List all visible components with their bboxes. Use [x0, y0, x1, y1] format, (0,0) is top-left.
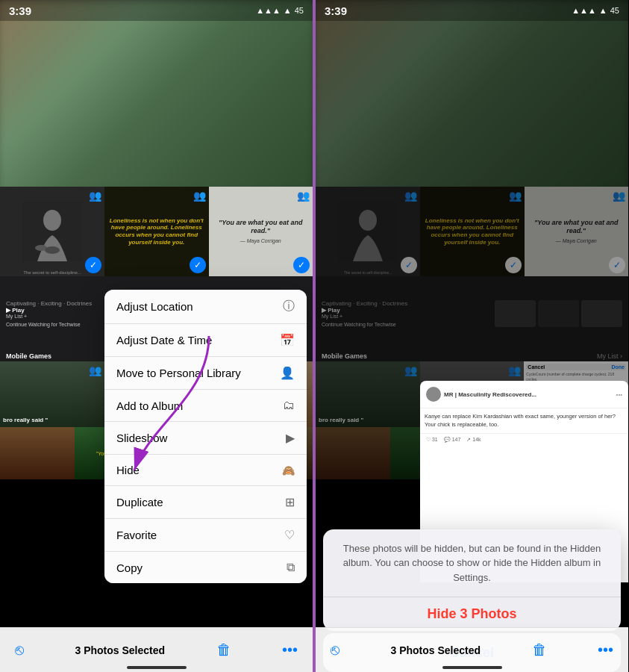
- checkmark-1: ✓: [85, 257, 101, 273]
- photo-cell-3[interactable]: "You are what you eat and read." — Maya …: [209, 187, 313, 276]
- bottom-toolbar-right: ⎋ 3 Photos Selected 🗑 •••: [316, 627, 628, 672]
- wifi-icon-left: ▲: [284, 6, 292, 15]
- hide-dialog-message: These photos will be hidden, but can be …: [323, 529, 621, 597]
- wifi-icon-right: ▲: [599, 6, 607, 15]
- status-bar-right: 3:39 ▲▲▲ ▲ 45: [316, 0, 628, 21]
- photo-cell-1[interactable]: The secret to self-discipline... 👥 ✓: [0, 187, 104, 276]
- hide-dialog: These photos will be hidden, but can be …: [323, 529, 621, 632]
- r-selection-count: 3 Photos Selected: [390, 644, 481, 656]
- menu-hide[interactable]: Hide 🙈: [104, 455, 307, 486]
- menu-slideshow[interactable]: Slideshow ▶: [104, 422, 307, 455]
- menu-move-personal[interactable]: Move to Personal Library 👤: [104, 357, 307, 390]
- photo-cell-2[interactable]: Loneliness is not when you don't have pe…: [104, 187, 209, 276]
- delete-icon[interactable]: 🗑: [216, 641, 231, 659]
- home-indicator-right: [442, 666, 502, 669]
- r-delete-icon[interactable]: 🗑: [532, 641, 547, 659]
- menu-favorite[interactable]: Favorite ♡: [104, 519, 307, 552]
- battery-right: 45: [610, 6, 619, 15]
- top-blur-left: [0, 0, 314, 199]
- people-icon-3: 👥: [297, 190, 310, 202]
- r-more-icon[interactable]: •••: [598, 641, 613, 659]
- menu-adjust-location[interactable]: Adjust Location ⓘ: [104, 290, 307, 324]
- battery-left: 45: [295, 6, 304, 15]
- signal-icon-right: ▲▲▲: [572, 6, 596, 15]
- home-indicator-left: [127, 666, 187, 669]
- people-icon-2: 👥: [193, 190, 206, 202]
- checkmark-3: ✓: [293, 257, 310, 273]
- bro-photo[interactable]: bro really said " 👥: [0, 361, 104, 427]
- hide-3-photos-button[interactable]: Hide 3 Photos: [323, 597, 621, 631]
- menu-copy[interactable]: Copy ⧉: [104, 552, 307, 583]
- r-share-icon[interactable]: ⎋: [331, 641, 339, 659]
- context-menu: Adjust Location ⓘ Adjust Date & Time 📅 M…: [104, 290, 307, 583]
- photo-row-1: The secret to self-discipline... 👥 ✓ Lon…: [0, 187, 313, 276]
- checkmark-2: ✓: [190, 257, 206, 273]
- people-icon-bro: 👥: [89, 364, 101, 376]
- status-icons-left: ▲▲▲ ▲ 45: [256, 6, 304, 15]
- people-icon-1: 👥: [89, 190, 101, 202]
- right-phone-panel: 3:39 ▲▲▲ ▲ 45 The secret to self-discipl…: [314, 0, 628, 672]
- more-icon[interactable]: •••: [282, 641, 298, 659]
- selection-count: 3 Photos Selected: [75, 644, 165, 656]
- status-icons-right: ▲▲▲ ▲ 45: [572, 6, 619, 15]
- menu-duplicate[interactable]: Duplicate ⊞: [104, 486, 307, 519]
- left-phone-panel: 3:39 ▲▲▲ ▲ 45: [0, 0, 314, 672]
- bottom-toolbar-left: ⎋ 3 Photos Selected 🗑 •••: [0, 627, 313, 672]
- share-icon[interactable]: ⎋: [15, 641, 24, 659]
- time-left: 3:39: [9, 4, 31, 17]
- status-bar-left: 3:39 ▲▲▲ ▲ 45: [0, 0, 313, 21]
- time-right: 3:39: [325, 4, 347, 17]
- menu-adjust-date[interactable]: Adjust Date & Time 📅: [104, 324, 307, 357]
- signal-icon-left: ▲▲▲: [256, 6, 281, 15]
- menu-add-album[interactable]: Add to Album 🗂: [104, 390, 307, 422]
